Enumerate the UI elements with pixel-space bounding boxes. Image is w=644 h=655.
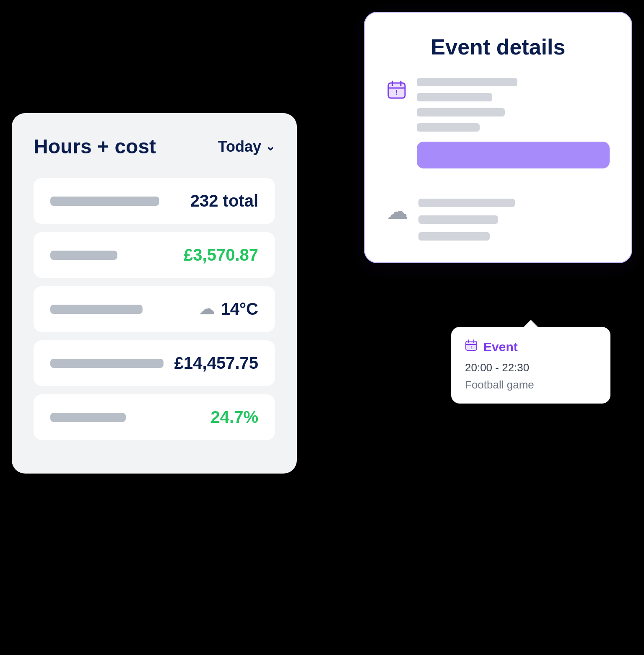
data-value-total: 232 total (190, 192, 258, 210)
cloud-icon: ☁ (387, 199, 408, 224)
weather-section: ☁ (387, 199, 610, 241)
placeholder-bar (50, 359, 164, 368)
chevron-down-icon: ⌄ (265, 140, 275, 153)
placeholder-bar (50, 413, 126, 422)
data-value-temp: ☁ 14°C (199, 300, 258, 318)
placeholder-bar (418, 215, 498, 224)
tooltip-calendar-icon: ! (465, 339, 478, 355)
placeholder-bar (50, 305, 143, 314)
placeholder-bar (417, 93, 492, 101)
placeholder-bar (50, 197, 159, 206)
today-dropdown[interactable]: Today ⌄ (218, 138, 275, 155)
placeholder-bar (417, 108, 505, 117)
hours-card-header: Hours + cost Today ⌄ (34, 135, 275, 158)
calendar-section: ! (387, 78, 610, 184)
data-row: 24.7% (34, 394, 275, 440)
event-details-card: Event details ! ☁ (364, 12, 632, 263)
svg-text:!: ! (395, 89, 397, 96)
event-action-button[interactable] (417, 142, 610, 168)
data-value-cost1: £3,570.87 (184, 246, 258, 264)
data-row: £14,457.75 (34, 340, 275, 386)
data-row: 232 total (34, 178, 275, 224)
placeholder-bar (50, 251, 117, 260)
calendar-icon: ! (387, 80, 407, 104)
calendar-event-lines (417, 78, 610, 184)
placeholder-bar (418, 232, 490, 241)
placeholder-bar (418, 199, 515, 207)
tooltip-time: 20:00 - 22:30 (465, 361, 597, 374)
hours-card-title: Hours + cost (34, 135, 156, 158)
tooltip-event-label: Event (483, 340, 518, 354)
data-row: ☁ 14°C (34, 286, 275, 332)
hours-cost-card: Hours + cost Today ⌄ 232 total £3,570.87… (12, 113, 297, 474)
cloud-icon: ☁ (199, 300, 214, 318)
data-row: £3,570.87 (34, 232, 275, 278)
event-tooltip: ! Event 20:00 - 22:30 Football game (451, 327, 610, 404)
svg-text:!: ! (470, 345, 472, 350)
tooltip-description: Football game (465, 378, 597, 391)
today-label: Today (218, 138, 261, 155)
weather-lines (418, 199, 610, 241)
data-value-percent: 24.7% (211, 408, 258, 427)
data-value-cost2: £14,457.75 (174, 354, 258, 373)
event-details-title: Event details (387, 34, 610, 60)
placeholder-bar (417, 123, 480, 132)
tooltip-header: ! Event (465, 339, 597, 355)
placeholder-bar (417, 78, 517, 86)
